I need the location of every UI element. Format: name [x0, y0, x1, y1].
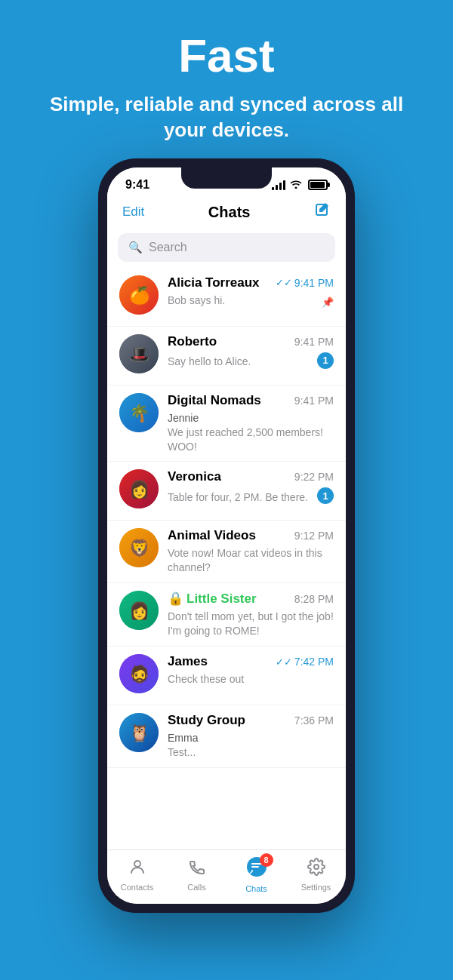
chat-name-alicia: Alicia Torreaux	[168, 275, 260, 290]
lock-icon: 🔒	[168, 591, 183, 607]
status-time: 9:41	[125, 178, 149, 192]
phone-screen: 9:41	[107, 167, 346, 904]
chat-content-roberto: Roberto 9:41 PM Say hello to Alice. 1	[168, 334, 334, 369]
chat-content-sister: 🔒 Little Sister 8:28 PM Don't tell mom y…	[168, 591, 334, 638]
nav-title: Chats	[208, 204, 251, 221]
unread-badge-veronica: 1	[317, 487, 334, 504]
phone-frame: 9:41	[98, 158, 355, 913]
chat-preview-roberto: Say hello to Alice.	[168, 355, 313, 369]
chat-preview-animals: Vote now! Moar cat videos in this channe…	[168, 547, 322, 573]
chat-preview-alicia: Bob says hi.	[168, 293, 322, 308]
chat-item-sister[interactable]: 👩 🔒 Little Sister 8:28 PM Don't tell mom…	[107, 583, 346, 647]
pin-icon-alicia: 📌	[322, 296, 334, 308]
chat-name-roberto: Roberto	[168, 334, 217, 349]
chat-content-veronica: Veronica 9:22 PM Table for four, 2 PM. B…	[168, 469, 334, 504]
edit-button[interactable]: Edit	[122, 204, 144, 220]
chat-content-animals: Animal Videos 9:12 PM Vote now! Moar cat…	[168, 528, 334, 575]
svg-text:🧔: 🧔	[129, 664, 150, 684]
chat-item-james[interactable]: 🧔 James ✓✓ 7:42 PM Check these out	[107, 647, 346, 705]
calls-label: Calls	[187, 883, 205, 892]
contacts-icon	[128, 858, 146, 880]
avatar-nomads: 🌴	[119, 393, 159, 432]
chat-content-study: Study Group 7:36 PM Emma Test...	[168, 713, 334, 760]
avatar-veronica: 👩	[119, 469, 159, 508]
tab-settings[interactable]: Settings	[286, 858, 346, 892]
status-icons	[272, 179, 328, 191]
svg-text:👩: 👩	[129, 601, 150, 621]
chat-item-roberto[interactable]: 🎩 Roberto 9:41 PM Say hello to Alice. 1	[107, 327, 346, 386]
chat-preview-study: Emma Test...	[168, 732, 198, 758]
chat-name-sister: 🔒 Little Sister	[168, 591, 257, 607]
svg-point-17	[134, 861, 140, 867]
svg-point-19	[314, 865, 319, 869]
chat-preview-veronica: Table for four, 2 PM. Be there.	[168, 490, 313, 505]
settings-label: Settings	[301, 883, 331, 892]
chat-time-veronica: 9:22 PM	[294, 471, 334, 483]
chat-name-james: James	[168, 654, 208, 669]
chat-time-study: 7:36 PM	[294, 714, 334, 727]
chat-time-animals: 9:12 PM	[294, 530, 334, 542]
avatar-study: 🦉	[119, 713, 159, 752]
svg-text:🦉: 🦉	[129, 723, 150, 743]
tab-calls[interactable]: Calls	[167, 858, 226, 892]
chats-tab-label: Chats	[245, 884, 267, 893]
avatar-roberto: 🎩	[119, 334, 159, 373]
chat-time-sister: 8:28 PM	[294, 593, 334, 605]
chat-time-roberto: 9:41 PM	[294, 336, 334, 348]
svg-text:👩: 👩	[129, 479, 150, 499]
chat-item-animals[interactable]: 🦁 Animal Videos 9:12 PM Vote now! Moar c…	[107, 521, 346, 583]
chat-name-animals: Animal Videos	[168, 528, 256, 543]
chat-name-veronica: Veronica	[168, 469, 221, 484]
hero-section: Fast Simple, reliable and synced across …	[0, 0, 453, 158]
avatar-alicia: 🍊	[119, 275, 159, 315]
hero-title: Fast	[30, 30, 423, 81]
chat-name-study: Study Group	[168, 713, 245, 728]
battery-icon	[308, 180, 328, 190]
chat-content-alicia: Alicia Torreaux ✓✓ 9:41 PM Bob says hi. …	[168, 275, 334, 308]
chat-preview-james: Check these out	[168, 673, 244, 685]
unread-badge-roberto: 1	[317, 352, 334, 369]
settings-icon	[307, 858, 325, 880]
avatar-animals: 🦁	[119, 528, 159, 567]
svg-text:🍊: 🍊	[129, 285, 150, 306]
chat-item-veronica[interactable]: 👩 Veronica 9:22 PM Table for four, 2 PM.…	[107, 462, 346, 521]
calls-icon	[188, 858, 206, 880]
chat-time-alicia: ✓✓ 9:41 PM	[276, 277, 334, 289]
chat-content-nomads: Digital Nomads 9:41 PM Jennie We just re…	[168, 393, 334, 454]
tab-chats[interactable]: 8 Chats	[226, 856, 286, 893]
nav-bar: Edit Chats	[107, 196, 346, 230]
chats-badge-wrapper: 8	[246, 856, 267, 882]
chat-content-james: James ✓✓ 7:42 PM Check these out	[168, 654, 334, 687]
tab-bar: Contacts Calls	[107, 849, 346, 904]
chat-name-nomads: Digital Nomads	[168, 393, 261, 408]
chat-item-study[interactable]: 🦉 Study Group 7:36 PM Emma Test...	[107, 705, 346, 768]
avatar-sister: 👩	[119, 591, 159, 630]
notch	[181, 167, 272, 189]
chat-item-nomads[interactable]: 🌴 Digital Nomads 9:41 PM Jennie We just …	[107, 386, 346, 462]
svg-text:🦁: 🦁	[129, 538, 150, 558]
svg-text:🎩: 🎩	[129, 344, 150, 364]
chat-preview-sister: Don't tell mom yet, but I got the job! I…	[168, 610, 334, 637]
status-bar: 9:41	[107, 167, 346, 196]
chat-time-nomads: 9:41 PM	[294, 395, 334, 407]
wifi-icon	[290, 179, 302, 191]
chat-preview-nomads: Jennie We just reached 2,500 members! WO…	[168, 412, 323, 453]
tab-contacts[interactable]: Contacts	[107, 858, 167, 892]
avatar-james: 🧔	[119, 654, 159, 693]
chat-time-james: ✓✓ 7:42 PM	[276, 656, 334, 668]
chat-item-alicia[interactable]: 🍊 Alicia Torreaux ✓✓ 9:41 PM	[107, 268, 346, 327]
search-bar[interactable]: 🔍 Search	[118, 233, 335, 262]
signal-bars-icon	[272, 180, 285, 190]
chats-badge: 8	[260, 853, 273, 867]
search-placeholder: Search	[149, 241, 187, 254]
contacts-label: Contacts	[121, 883, 153, 892]
compose-button[interactable]	[314, 202, 331, 223]
hero-subtitle: Simple, reliable and synced across all y…	[30, 92, 423, 143]
search-icon: 🔍	[128, 241, 143, 254]
chat-list: 🍊 Alicia Torreaux ✓✓ 9:41 PM	[107, 268, 346, 849]
svg-text:🌴: 🌴	[129, 403, 150, 423]
